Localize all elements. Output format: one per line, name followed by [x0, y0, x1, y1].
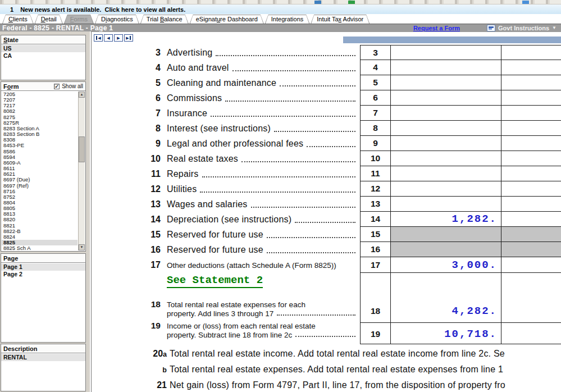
state-list: USCA: [1, 44, 85, 60]
scroll-down-button[interactable]: ▼: [79, 244, 85, 250]
tab-trial-balance[interactable]: Trial Balance: [140, 15, 189, 24]
line-label-text: Total rental real estate income. Add tot…: [170, 349, 505, 359]
lacerte-window: 1 New news alert is available. Click her…: [0, 0, 561, 392]
state-item-ca[interactable]: CA: [1, 52, 85, 60]
tab-label: Integrations: [266, 15, 309, 24]
form-item-8697-due[interactable]: 8697 (Due): [2, 177, 77, 183]
tab-forms[interactable]: Forms: [64, 15, 94, 24]
form-line-b: bTotal rental real estate expenses. Add …: [150, 364, 561, 375]
request-a-form-link[interactable]: Request a Form: [413, 25, 460, 31]
alert-count: 1: [10, 6, 13, 13]
description-item-rental[interactable]: RENTAL: [1, 354, 85, 361]
govt-instructions-label: Govt Instructions: [498, 25, 549, 31]
form-panel-header: Form: [3, 83, 19, 90]
chevron-down-icon: ▼: [552, 25, 557, 30]
state-item-us[interactable]: US: [1, 45, 85, 52]
form-view: ◀◀▶▶ 3Advertising34Auto and travel45Clea…: [91, 31, 561, 392]
line-label-text: Total rental real estate expenses. Add t…: [170, 364, 503, 375]
tab-label: Detail: [35, 15, 62, 24]
toolbar-icon: [314, 1, 321, 4]
form-line-20a: 20aTotal rental real estate income. Add …: [150, 349, 561, 359]
line-number-label: b: [150, 364, 167, 375]
check-icon: ✓: [54, 84, 59, 89]
govt-instructions-button[interactable]: Govt Instructions ▼: [487, 25, 557, 31]
tab-detail[interactable]: Detail: [35, 15, 63, 24]
toolbar-icon: [348, 1, 355, 4]
alert-text[interactable]: New news alert is available. Click here …: [20, 6, 185, 13]
news-alert-bar[interactable]: 1 New news alert is available. Click her…: [0, 4, 561, 14]
tab-label: Clients: [3, 15, 33, 24]
state-panel: State USCA: [1, 35, 86, 80]
tab-label: Intuit Tax Advisor: [311, 15, 369, 24]
govt-instructions-icon: [487, 25, 495, 31]
tab-intuit-tax-advisor[interactable]: Intuit Tax Advisor: [311, 15, 370, 24]
scroll-thumb[interactable]: [79, 136, 85, 162]
tab-esignature-dashboard[interactable]: eSignature Dashboard: [190, 15, 264, 24]
sidebar: State USCA Form ✓ Show all 7205720772178…: [0, 31, 90, 392]
form-title-bar: Federal - 8825 - RENTAL - Page 1 Request…: [0, 24, 561, 31]
line-number-digits: 20: [153, 349, 163, 358]
scroll-up-button[interactable]: ▲: [79, 92, 85, 98]
form-list: 720572077217808282758275R8283 Section A8…: [2, 92, 77, 250]
tab-clients[interactable]: Clients: [2, 15, 34, 24]
line-number-label: 20a: [150, 349, 167, 359]
line-number-digits: 21: [157, 380, 167, 390]
form-item-8825-sch-a[interactable]: 8825 Sch A: [2, 245, 77, 250]
form-list-scrollbar[interactable]: ▲ ▼: [78, 92, 85, 250]
page-panel: Page Page 1Page 2: [1, 253, 86, 343]
tab-label: eSignature Dashboard: [190, 15, 263, 24]
description-panel-header: Description: [3, 345, 38, 352]
tab-bar: ClientsDetailFormsDiagnosticsTrial Balan…: [0, 14, 561, 24]
line-number-letter: a: [163, 350, 167, 358]
page-list: Page 1Page 2: [1, 263, 85, 278]
state-panel-header-row: State: [1, 35, 85, 44]
toolbar-icon: [522, 1, 529, 4]
tab-label: Forms: [65, 15, 93, 24]
page-item-page-1[interactable]: Page 1: [1, 263, 85, 271]
description-panel-header-row: Description: [1, 344, 85, 353]
page-panel-header-row: Page: [1, 254, 85, 263]
tab-integrations[interactable]: Integrations: [265, 15, 310, 24]
form-line-21: 21Net gain (loss) from Form 4797, Part I…: [150, 380, 561, 390]
description-list: RENTAL: [1, 353, 85, 361]
tab-label: Trial Balance: [141, 15, 188, 24]
page-panel-header: Page: [3, 255, 18, 262]
form-panel: Form ✓ Show all 720572077217808282758275…: [1, 81, 86, 252]
toolbar-strip: [0, 0, 561, 4]
tab-diagnostics[interactable]: Diagnostics: [95, 15, 139, 24]
form-panel-header-row: Form ✓ Show all: [1, 82, 85, 91]
description-panel: Description RENTAL: [1, 344, 86, 391]
line-number-letter: b: [162, 366, 167, 374]
show-all-label: Show all: [62, 83, 83, 89]
line-number-label: 21: [150, 380, 167, 390]
tab-label: Diagnostics: [95, 15, 139, 24]
state-panel-header: State: [3, 37, 19, 43]
show-all-checkbox[interactable]: ✓: [54, 84, 60, 89]
page-item-page-2[interactable]: Page 2: [1, 271, 85, 278]
bottom-lines: 20aTotal rental real estate income. Add …: [92, 32, 561, 392]
line-label-text: Net gain (loss) from Form 4797, Part II,…: [170, 380, 505, 390]
page-title: Federal - 8825 - RENTAL - Page 1: [2, 24, 413, 32]
